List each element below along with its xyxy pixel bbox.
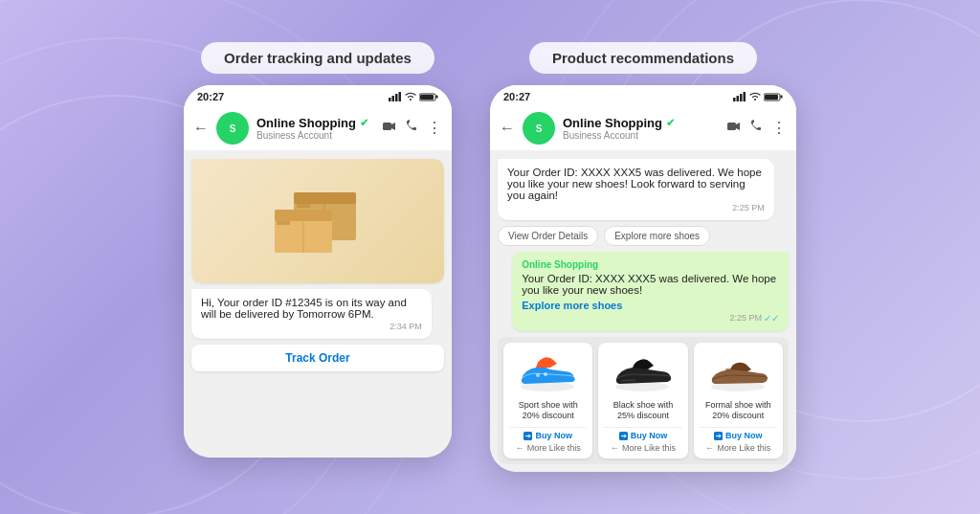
order-message-time: 2:34 PM bbox=[201, 322, 422, 331]
left-status-bar: 20:27 bbox=[184, 85, 452, 106]
right-battery-icon bbox=[764, 92, 783, 101]
right-chat-header: ← S Online Shopping ✔ Business Account bbox=[490, 106, 796, 151]
svg-point-37 bbox=[536, 373, 540, 377]
left-verified-badge: ✔ bbox=[360, 117, 368, 129]
view-order-details-button[interactable]: View Order Details bbox=[498, 226, 598, 246]
right-avatar: S bbox=[523, 112, 555, 145]
svg-rect-6 bbox=[389, 98, 391, 101]
video-icon[interactable] bbox=[383, 119, 396, 137]
sport-shoe-title: Sport shoe with 20% discount bbox=[509, 400, 587, 421]
incoming-message-bubble: Your Order ID: XXXX XXX5 was delivered. … bbox=[498, 159, 774, 220]
right-phone-icon[interactable] bbox=[750, 119, 762, 137]
phone-icon[interactable] bbox=[406, 119, 417, 137]
left-contact-name: Online Shopping ✔ bbox=[256, 116, 375, 130]
boxes-svg bbox=[256, 173, 380, 269]
svg-rect-30 bbox=[765, 95, 778, 100]
outgoing-message-bubble: Online Shopping Your Order ID: XXXX XXX5… bbox=[512, 252, 789, 331]
incoming-message-time: 2:25 PM bbox=[507, 203, 765, 212]
right-section: Product recommendations 20:27 bbox=[490, 42, 796, 473]
right-status-bar: 20:27 bbox=[490, 85, 796, 106]
right-status-time: 20:27 bbox=[503, 91, 530, 102]
svg-marker-35 bbox=[736, 123, 740, 130]
buy-icon-sport bbox=[523, 432, 532, 440]
svg-marker-16 bbox=[391, 123, 395, 130]
svg-point-38 bbox=[544, 372, 547, 376]
battery-icon bbox=[419, 92, 438, 101]
sport-shoe-divider bbox=[509, 427, 587, 428]
order-message-text: Hi, Your order ID #12345 is on its way a… bbox=[201, 297, 407, 320]
right-more-icon[interactable]: ⋮ bbox=[771, 119, 787, 137]
svg-rect-25 bbox=[733, 98, 736, 101]
explore-more-shoes-button[interactable]: Explore more shoes bbox=[604, 226, 710, 246]
incoming-message-text: Your Order ID: XXXX XXX5 was delivered. … bbox=[507, 167, 762, 201]
outgoing-message-text: Your Order ID: XXXX XXX5 was delivered. … bbox=[522, 273, 776, 296]
svg-rect-11 bbox=[420, 95, 434, 100]
svg-rect-34 bbox=[727, 123, 736, 130]
double-check-icon: ✓✓ bbox=[764, 313, 779, 324]
right-verified-badge: ✔ bbox=[666, 117, 675, 129]
sport-shoe-more-button[interactable]: ← More Like this bbox=[516, 443, 581, 453]
quick-replies: View Order Details Explore more shoes bbox=[498, 226, 789, 246]
svg-rect-15 bbox=[383, 123, 391, 130]
right-contact-name: Online Shopping ✔ bbox=[563, 116, 720, 130]
right-signal-icon bbox=[733, 92, 746, 101]
left-status-icons bbox=[389, 92, 438, 101]
svg-rect-12 bbox=[436, 95, 438, 98]
formal-shoe-svg bbox=[707, 350, 769, 393]
product-card-sport: Sport shoe with 20% discount Buy Now ← M… bbox=[503, 343, 592, 459]
svg-rect-24 bbox=[277, 221, 290, 225]
svg-rect-7 bbox=[392, 96, 395, 101]
svg-rect-23 bbox=[297, 204, 310, 208]
outgoing-sender: Online Shopping bbox=[522, 259, 779, 270]
right-contact-info: Online Shopping ✔ Business Account bbox=[563, 116, 720, 141]
outgoing-message-time: 2:25 PM ✓✓ bbox=[522, 313, 779, 324]
black-shoe-title: Black shoe with 25% discount bbox=[604, 400, 681, 421]
left-header-icons: ⋮ bbox=[383, 119, 442, 137]
main-container: Order tracking and updates 20:27 bbox=[165, 23, 815, 492]
left-phone: 20:27 bbox=[184, 85, 452, 458]
right-wifi-icon bbox=[749, 92, 761, 101]
black-shoe-more-button[interactable]: ← More Like this bbox=[611, 443, 676, 453]
left-contact-type: Business Account bbox=[256, 130, 375, 141]
right-video-icon[interactable] bbox=[727, 119, 741, 137]
left-contact-info: Online Shopping ✔ Business Account bbox=[256, 116, 375, 141]
formal-shoe-divider bbox=[700, 427, 777, 428]
svg-rect-9 bbox=[399, 92, 402, 101]
svg-point-43 bbox=[725, 369, 731, 371]
sport-shoe-buy-button[interactable]: Buy Now bbox=[523, 431, 572, 440]
more-icon[interactable]: ⋮ bbox=[427, 119, 442, 137]
buy-icon-formal bbox=[714, 432, 723, 440]
black-shoe-divider bbox=[604, 427, 681, 428]
outgoing-cta[interactable]: Explore more shoes bbox=[522, 300, 779, 311]
svg-rect-8 bbox=[395, 94, 398, 101]
signal-icon bbox=[389, 92, 402, 101]
sport-shoe-svg bbox=[517, 350, 579, 393]
svg-rect-31 bbox=[781, 95, 783, 98]
right-chat-body: Your Order ID: XXXX XXX5 was delivered. … bbox=[490, 151, 796, 473]
formal-shoe-buy-button[interactable]: Buy Now bbox=[714, 431, 763, 440]
track-order-button[interactable]: Track Order bbox=[191, 345, 444, 371]
black-shoe-image bbox=[610, 348, 677, 396]
svg-text:S: S bbox=[230, 123, 236, 134]
left-section: Order tracking and updates 20:27 bbox=[184, 42, 452, 458]
left-avatar: S bbox=[216, 112, 249, 145]
right-status-icons bbox=[733, 92, 783, 101]
svg-text:S: S bbox=[536, 123, 543, 134]
left-status-time: 20:27 bbox=[197, 91, 224, 102]
left-back-button[interactable]: ← bbox=[193, 120, 209, 137]
formal-shoe-image bbox=[704, 348, 771, 396]
right-back-button[interactable]: ← bbox=[500, 120, 515, 137]
product-card-formal: Formal shoe with 20% discount Buy Now ← … bbox=[694, 343, 783, 459]
product-cards: Sport shoe with 20% discount Buy Now ← M… bbox=[498, 337, 789, 465]
black-shoe-svg bbox=[612, 350, 674, 393]
svg-rect-26 bbox=[737, 96, 740, 101]
left-chat-body: Hi, Your order ID #12345 is on its way a… bbox=[184, 151, 452, 458]
wifi-icon bbox=[405, 92, 416, 101]
formal-shoe-more-button[interactable]: ← More Like this bbox=[705, 443, 770, 453]
product-card-black: Black shoe with 25% discount Buy Now ← M… bbox=[598, 343, 687, 459]
right-contact-type: Business Account bbox=[563, 130, 720, 141]
svg-rect-27 bbox=[740, 94, 743, 101]
black-shoe-buy-button[interactable]: Buy Now bbox=[619, 431, 668, 440]
boxes-image bbox=[191, 159, 444, 283]
left-chat-header: ← S Online Shopping ✔ Business Account bbox=[184, 106, 452, 151]
